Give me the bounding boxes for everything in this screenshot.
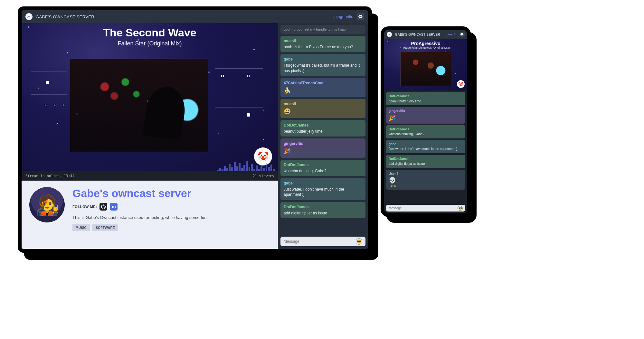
- decoration-line: [215, 107, 263, 108]
- social-github-link[interactable]: [99, 203, 107, 211]
- chat-body: Just water. I don't have much in the apa…: [389, 147, 457, 151]
- current-user-link[interactable]: User 3: [447, 33, 456, 36]
- mobile-video-stage[interactable]: ProAgressivo Frequencias Distopicas (Ori…: [384, 39, 467, 90]
- chat-body: oooh, is that a Pixoo Frame next to you?: [284, 45, 353, 49]
- tag-software[interactable]: SOFTWARE: [92, 224, 118, 231]
- streamer-avatar-badge[interactable]: 🤡: [457, 80, 465, 88]
- chat-message: DotDotJames peanut butter jelly time: [280, 120, 365, 137]
- chat-message: User 6 💀 HYPE: [386, 170, 465, 190]
- chat-message: 47CatsInATrenchCoat 🍌: [280, 78, 365, 97]
- now-playing-title: The Second Wave: [22, 23, 278, 39]
- chat-bubble-icon: 💬: [460, 33, 464, 36]
- stream-status-text: Stream is online. 13:44: [25, 174, 74, 178]
- chat-author[interactable]: DotDotJames: [389, 157, 463, 161]
- streamer-avatar: 🧑‍🎤: [29, 187, 65, 222]
- social-mastodon-link[interactable]: m: [110, 203, 118, 211]
- chat-author[interactable]: 47CatsInATrenchCoat: [284, 80, 362, 86]
- mobile-chat-input-area: 😎: [384, 203, 467, 213]
- chat-author[interactable]: DotDotJames: [284, 162, 362, 167]
- chat-body: whatcha drinking, Gabe?: [389, 132, 424, 136]
- chat-author[interactable]: gingervitis: [389, 109, 463, 113]
- app-logo[interactable]: ✂: [25, 13, 33, 20]
- chat-message: gabe I forget what it's called, but it's…: [280, 54, 365, 76]
- chat-body: I forget what it's called, but it's a fr…: [284, 63, 360, 73]
- video-feed: [70, 59, 208, 152]
- decoration-line: [31, 94, 67, 95]
- mastodon-icon: m: [112, 204, 116, 209]
- chat-author[interactable]: gabe: [284, 57, 362, 62]
- current-user-link[interactable]: gingervitis: [335, 14, 353, 19]
- chat-author[interactable]: DotDotJames: [284, 123, 362, 128]
- chat-toggle-button[interactable]: 💬: [459, 32, 465, 37]
- app-logo[interactable]: ✂: [387, 32, 392, 37]
- decoration-square: [63, 104, 65, 106]
- content-column: The Second Wave Fallen Star (Original Mi…: [22, 23, 278, 249]
- video-player[interactable]: [400, 52, 451, 86]
- mobile-chat-scroll[interactable]: DotDotJames peanut butter jelly time gin…: [384, 90, 467, 203]
- site-title: GABE'S OWNCAST SERVER: [36, 14, 94, 19]
- decoration-square: [45, 104, 47, 106]
- avatar-art-icon: 🧑‍🎤: [35, 193, 59, 216]
- decoration-square: [221, 75, 224, 77]
- scissors-icon: ✂: [27, 14, 31, 19]
- chat-author[interactable]: muesli: [284, 38, 362, 43]
- chat-author[interactable]: gingervitis: [284, 141, 362, 146]
- now-playing-title: ProAgressivo: [384, 39, 467, 46]
- chat-author[interactable]: DotDotJames: [389, 94, 463, 99]
- chat-author[interactable]: gabe: [284, 181, 362, 186]
- follow-row: FOLLOW ME: m: [72, 203, 270, 211]
- main-layout: The Second Wave Fallen Star (Original Mi…: [22, 23, 368, 249]
- decoration-square: [54, 104, 56, 106]
- now-playing-subtitle: Fallen Star (Original Mix): [22, 40, 278, 47]
- video-stage[interactable]: The Second Wave Fallen Star (Original Mi…: [22, 23, 278, 171]
- chat-author[interactable]: muesli: [284, 101, 362, 107]
- scissors-icon: ✂: [388, 33, 391, 36]
- decoration-line: [215, 68, 263, 69]
- chat-author[interactable]: User 6: [389, 172, 463, 176]
- tag-music[interactable]: MUSIC: [72, 224, 90, 231]
- chat-emoji: 😄: [284, 108, 291, 115]
- decoration-square: [247, 75, 250, 77]
- chat-author[interactable]: gabe: [389, 142, 463, 146]
- video-feed: [401, 52, 451, 86]
- chat-scroll[interactable]: god I forgot I set my handle to this lma…: [278, 23, 368, 234]
- decoration-square: [46, 81, 49, 84]
- chat-message: gabe Just water. I don't have much in th…: [280, 178, 365, 200]
- chat-toggle-button[interactable]: 💬: [357, 13, 364, 20]
- chat-input-area: 😎: [278, 234, 368, 249]
- chat-body: peanut butter jelly time: [284, 129, 323, 134]
- chat-message: gingervitis 🎉: [386, 107, 465, 124]
- chat-body: Just water. I don't have much in the apa…: [284, 187, 344, 197]
- skull-icon: 💀: [389, 176, 396, 184]
- chat-author[interactable]: DotDotJames: [284, 204, 362, 210]
- chat-message-input[interactable]: [280, 237, 365, 246]
- server-name-heading: Gabe's owncast server: [72, 187, 270, 200]
- video-player[interactable]: [70, 59, 208, 152]
- chat-bubble-icon: 💬: [358, 14, 363, 19]
- chat-body: peanut butter jelly time: [389, 99, 421, 103]
- decoration-square: [247, 113, 250, 117]
- avatar-icon: 🤡: [458, 82, 463, 87]
- chat-body: add digital tip jar as issue: [284, 211, 327, 215]
- chat-emoji: 🎉: [389, 115, 396, 121]
- github-icon: [101, 204, 106, 209]
- now-playing-subtitle: Frequencias Distopicas (Original Mix): [384, 46, 467, 49]
- chat-body: god I forgot I set my handle to this lma…: [284, 27, 346, 31]
- decoration-line: [31, 71, 67, 72]
- stream-info-panel: 🧑‍🎤 Gabe's owncast server FOLLOW ME: m T…: [22, 181, 278, 249]
- emoji-picker-button[interactable]: 😎: [458, 206, 463, 211]
- topbar: ✂ GABE'S OWNCAST SERVER gingervitis 💬: [22, 10, 368, 23]
- chat-author[interactable]: DotDotJames: [389, 127, 463, 132]
- emoji-picker-button[interactable]: 😎: [356, 238, 362, 245]
- chat-body: add digital tip jar as issue: [389, 162, 425, 165]
- site-title: GABE'S OWNCAST SERVER: [395, 33, 440, 36]
- chat-body: whatcha drinking, Gabe?: [284, 169, 327, 173]
- chat-emoji: 🍌: [284, 87, 291, 94]
- chat-message-input[interactable]: [386, 205, 465, 212]
- sunglasses-face-icon: 😎: [459, 207, 462, 210]
- follow-label: FOLLOW ME:: [72, 205, 97, 209]
- hype-emote: 💀: [389, 176, 463, 184]
- mobile-window: ✂ GABE'S OWNCAST SERVER User 3 💬 ProAgre…: [381, 26, 471, 217]
- chat-message: muesli 😄: [280, 99, 365, 118]
- chat-message: DotDotJames whatcha drinking, Gabe?: [386, 125, 465, 138]
